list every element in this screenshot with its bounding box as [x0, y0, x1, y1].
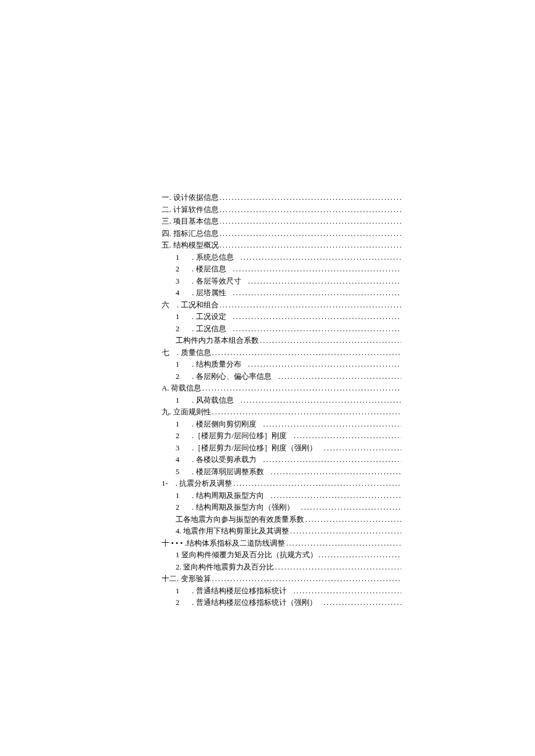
- toc-subentry: 1. 系统总信息: [162, 252, 401, 264]
- toc-label: 工构件内力基本组合系数: [176, 335, 259, 347]
- toc-leader: [293, 585, 402, 597]
- toc-subentry: 工各地震方向参与振型的有效质量系数: [162, 514, 401, 526]
- toc-label: 3.［楼层剪力/层间位移］刚度（强刚）: [176, 442, 323, 454]
- toc-label: 1. 工况设定: [176, 311, 232, 323]
- toc-label: 1- . 抗震分析及调整: [162, 478, 232, 490]
- toc-leader: [232, 287, 402, 299]
- toc-label: 4. 层塔属性: [176, 287, 232, 299]
- toc-leader: [240, 252, 402, 264]
- toc-label: 四. 指标汇总信息: [162, 228, 219, 240]
- toc-label: 2. 工况信息: [176, 323, 232, 335]
- toc-entry: A. 荷载信息: [162, 382, 401, 395]
- toc-subentry: 1. 结构周期及振型方向: [162, 490, 401, 502]
- toc-label: 十二. 变形验算: [162, 573, 211, 585]
- toc-leader: [211, 347, 402, 359]
- toc-subentry: 1. 普通结构楼层位移指标统计: [162, 585, 401, 597]
- toc-leader: [211, 573, 402, 585]
- toc-label: 4. 地震作用下结构剪重比及其调整: [176, 525, 289, 538]
- toc-subentry: 4. 各楼以受剪承载力: [162, 454, 401, 466]
- toc-leader: [240, 395, 402, 407]
- toc-subentry: 3. 各层等效尺寸: [162, 275, 401, 288]
- toc-leader: [323, 597, 402, 609]
- toc-leader: [285, 538, 401, 550]
- toc-subentry: 4. 地震作用下结构剪重比及其调整: [162, 525, 401, 538]
- toc-label: 七 . 质量信息: [162, 347, 211, 359]
- toc-leader: [270, 466, 402, 478]
- toc-subentry: 2. 楼层信息: [162, 263, 401, 275]
- toc-subentry: 1 竖向构件倾覆力矩及百分比（抗规方式）: [162, 549, 401, 561]
- toc-leader: [247, 275, 402, 288]
- toc-subentry: 1. 楼层侧向剪切刚度: [162, 418, 401, 431]
- toc-label: 九. 立面规则性: [162, 406, 211, 418]
- toc-label: 2. 结构周期及振型方向（强刚）: [176, 501, 300, 514]
- toc-label: 2.［楼层剪力/层间位移］刚度: [176, 430, 293, 442]
- toc-entry: 七 . 质量信息: [162, 347, 401, 359]
- toc-label: 2. 普通结构楼层位移指标统计（强刚）: [176, 597, 323, 609]
- toc-subentry: 2. 工况信息: [162, 323, 401, 335]
- toc-leader: [232, 311, 402, 323]
- toc-subentry: 工构件内力基本组合系数: [162, 335, 401, 347]
- toc-entry: 1- . 抗震分析及调整: [162, 478, 401, 490]
- toc-subentry: 2. 竖向构件地震剪力及百分比: [162, 561, 401, 574]
- toc-entry: 三. 项目基本信息: [162, 216, 401, 228]
- toc-leader: [232, 478, 401, 490]
- toc-entry: 六 . 工况和组合: [162, 299, 401, 311]
- toc-leader: [262, 454, 402, 466]
- toc-label: A. 荷载信息: [162, 382, 201, 395]
- toc-subentry: 1. 风荷载信息: [162, 395, 401, 407]
- toc-label: 工各地震方向参与振型的有效质量系数: [176, 514, 304, 526]
- toc-leader: [219, 239, 402, 252]
- toc-label: 1. 楼层侧向剪切刚度: [176, 418, 262, 431]
- toc-subentry: 4. 层塔属性: [162, 287, 401, 299]
- toc-subentry: 2. 普通结构楼层位移指标统计（强刚）: [162, 597, 401, 609]
- toc-leader: [274, 561, 401, 574]
- toc-entry: 四. 指标汇总信息: [162, 228, 401, 240]
- toc-subentry: 2. 结构周期及振型方向（强刚）: [162, 501, 401, 514]
- toc-leader: [219, 228, 402, 240]
- toc-label: 1. 系统总信息: [176, 252, 240, 264]
- toc-subentry: 2. 各层刚心、偏心率信息: [162, 371, 401, 383]
- toc-leader: [259, 335, 401, 347]
- toc-label: 一. 设计依据信息: [162, 192, 219, 204]
- toc-label: 2. 各层刚心、偏心率信息: [176, 371, 277, 383]
- toc-subentry: 2.［楼层剪力/层间位移］刚度: [162, 430, 401, 442]
- toc-label: 1. 结构质量分布: [176, 359, 247, 371]
- toc-label: 六 . 工况和组合: [162, 299, 219, 311]
- toc-label: 2. 楼层信息: [176, 263, 232, 275]
- toc-entry: 十 • • • .结构体系指标及二道防线调整: [162, 538, 401, 550]
- toc-leader: [232, 263, 402, 275]
- toc-leader: [293, 430, 401, 442]
- toc-leader: [211, 406, 402, 418]
- toc-leader: [247, 359, 402, 371]
- toc-label: 4. 各楼以受剪承载力: [176, 454, 262, 466]
- toc-leader: [300, 501, 402, 514]
- toc-entry: 一. 设计依据信息: [162, 192, 401, 204]
- toc-leader: [270, 490, 402, 502]
- toc-label: 1 竖向构件倾覆力矩及百分比（抗规方式）: [176, 549, 318, 561]
- toc-leader: [262, 418, 402, 431]
- toc-label: 十 • • • .结构体系指标及二道防线调整: [162, 538, 285, 550]
- toc-leader: [201, 382, 401, 395]
- toc-label: 二. 计算软件信息: [162, 204, 219, 216]
- toc-entry: 九. 立面规则性: [162, 406, 401, 418]
- toc-leader: [323, 442, 401, 454]
- toc-subentry: 5. 楼层薄弱层调整系数: [162, 466, 401, 478]
- toc-leader: [219, 192, 402, 204]
- toc-label: 1. 结构周期及振型方向: [176, 490, 270, 502]
- toc-leader: [219, 204, 402, 216]
- toc-label: 1. 普通结构楼层位移指标统计: [176, 585, 293, 597]
- toc-label: 三. 项目基本信息: [162, 216, 219, 228]
- toc-label: 1. 风荷载信息: [176, 395, 240, 407]
- toc-label: 5. 楼层薄弱层调整系数: [176, 466, 270, 478]
- toc-leader: [219, 216, 402, 228]
- toc-leader: [277, 371, 402, 383]
- toc-subentry: 1. 结构质量分布: [162, 359, 401, 371]
- toc-leader: [304, 514, 401, 526]
- toc-leader: [232, 323, 402, 335]
- toc-label: 2. 竖向构件地震剪力及百分比: [176, 561, 274, 574]
- toc-entry: 五. 结构模型概况: [162, 239, 401, 252]
- toc-subentry: 3.［楼层剪力/层间位移］刚度（强刚）: [162, 442, 401, 454]
- document-page: 一. 设计依据信息 二. 计算软件信息 三. 项目基本信息 四. 指标汇总信息 …: [0, 0, 535, 756]
- toc-label: 五. 结构模型概况: [162, 239, 219, 252]
- toc-entry: 十二. 变形验算: [162, 573, 401, 585]
